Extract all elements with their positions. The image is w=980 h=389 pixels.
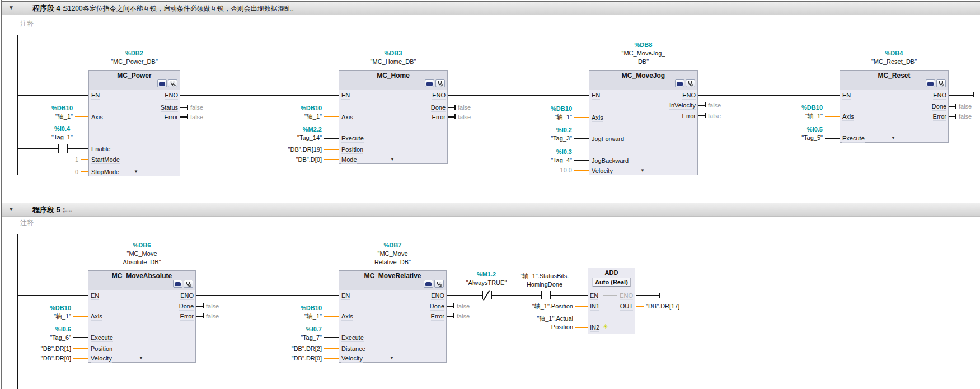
db-address[interactable]: %DB7 bbox=[339, 241, 447, 250]
pin-done[interactable]: Done bbox=[150, 302, 194, 311]
db-name[interactable]: "MC_Power_DB" bbox=[88, 58, 180, 66]
expand-block-arrow[interactable]: ▼ bbox=[640, 168, 645, 173]
pin-en[interactable]: EN bbox=[590, 292, 598, 300]
operand-name[interactable]: "轴_1" bbox=[10, 312, 71, 321]
operand-name[interactable]: "Tag_6" bbox=[10, 334, 71, 342]
pin-in1[interactable]: IN1 bbox=[590, 302, 599, 311]
operand-name[interactable]: "轴_1" bbox=[761, 112, 823, 120]
operand-name[interactable]: "轴_1" bbox=[260, 113, 322, 121]
expand-block-arrow[interactable]: ▼ bbox=[390, 356, 394, 360]
operand-name[interactable]: Position bbox=[508, 323, 573, 331]
operand-address[interactable]: %I0.6 bbox=[10, 325, 71, 334]
pin-enable[interactable]: Enable bbox=[91, 145, 110, 153]
pin-eno[interactable]: ENO bbox=[150, 292, 194, 300]
db-address[interactable]: %DB8 bbox=[589, 41, 698, 49]
open-block-icon[interactable] bbox=[424, 280, 433, 288]
open-block-icon[interactable] bbox=[425, 79, 434, 87]
monitor-icon[interactable] bbox=[168, 79, 177, 87]
operand-address[interactable]: %DB10 bbox=[10, 304, 71, 312]
pin-stopmode[interactable]: StopMode bbox=[91, 168, 119, 176]
operand-name[interactable]: "Tag_5" bbox=[761, 134, 823, 142]
block-title[interactable]: ADD bbox=[588, 269, 635, 276]
contact-name[interactable]: "Tag_1" bbox=[31, 133, 93, 142]
db-name[interactable]: Relative_DB" bbox=[339, 258, 447, 266]
db-name[interactable]: "MC_Reset_DB" bbox=[840, 58, 949, 66]
pin-axis[interactable]: Axis bbox=[842, 113, 854, 121]
pin-invelocity[interactable]: InVelocity bbox=[652, 101, 696, 110]
nc-contact[interactable] bbox=[482, 291, 483, 299]
operand-value[interactable]: 1 bbox=[50, 156, 78, 164]
operand-name[interactable]: "DB".DR[0] bbox=[260, 354, 322, 363]
open-block-icon[interactable] bbox=[157, 79, 167, 87]
db-address[interactable]: %DB6 bbox=[88, 241, 196, 250]
pin-en[interactable]: EN bbox=[91, 292, 99, 300]
network-5-title-bar[interactable]: ▼ 程序段 5： ..... bbox=[2, 203, 980, 217]
operand-address[interactable]: %DB10 bbox=[510, 105, 572, 113]
block-title[interactable]: MC_MoveAbsolute bbox=[88, 272, 195, 280]
pin-execute[interactable]: Execute bbox=[341, 334, 364, 342]
operand-name[interactable]: "DB".DR[17] bbox=[646, 302, 679, 311]
pin-en[interactable]: EN bbox=[341, 292, 350, 300]
operand-name[interactable]: "DB".DR[1] bbox=[10, 345, 71, 353]
block-title[interactable]: MC_Reset bbox=[840, 72, 948, 79]
monitor-icon[interactable] bbox=[184, 280, 193, 288]
no-contact[interactable] bbox=[58, 144, 59, 153]
pin-done[interactable]: Done bbox=[402, 104, 446, 112]
pin-mode[interactable]: Mode bbox=[341, 156, 357, 164]
operand-name[interactable]: "Tag_14" bbox=[260, 134, 322, 142]
operand-name[interactable]: "轴_1".Actual bbox=[508, 315, 573, 323]
nc-contact[interactable] bbox=[491, 291, 492, 299]
contact-name[interactable]: "轴_1".StatusBits. bbox=[504, 272, 585, 280]
pin-en[interactable]: EN bbox=[91, 91, 100, 100]
pin-axis[interactable]: Axis bbox=[91, 312, 102, 321]
db-name[interactable]: "MC_Move bbox=[339, 250, 447, 258]
expand-block-arrow[interactable]: ▼ bbox=[134, 170, 138, 174]
pin-execute[interactable]: Execute bbox=[341, 134, 364, 143]
monitor-icon[interactable] bbox=[936, 79, 946, 87]
operand-value[interactable]: 0 bbox=[50, 168, 78, 176]
pin-eno[interactable]: ENO bbox=[903, 91, 946, 100]
pin-error[interactable]: Error bbox=[903, 113, 946, 121]
pin-error[interactable]: Error bbox=[652, 112, 696, 120]
operand-name[interactable]: "轴_1" bbox=[260, 312, 322, 321]
operand-name[interactable]: "Tag_7" bbox=[260, 334, 322, 342]
operand-address[interactable]: %DB10 bbox=[260, 304, 322, 312]
block-title[interactable]: MC_Power bbox=[89, 72, 180, 79]
pin-position[interactable]: Position bbox=[341, 146, 363, 154]
contact-address[interactable]: %I0.4 bbox=[31, 125, 93, 133]
block-title[interactable]: MC_Home bbox=[339, 72, 447, 79]
operand-name[interactable]: "Tag_4" bbox=[510, 156, 572, 165]
open-block-icon[interactable] bbox=[173, 280, 182, 288]
pin-velocity[interactable]: Velocity bbox=[592, 167, 613, 175]
open-block-icon[interactable] bbox=[926, 79, 935, 87]
operand-value[interactable]: 10.0 bbox=[510, 166, 572, 175]
pin-error[interactable]: Error bbox=[402, 113, 446, 121]
operand-name[interactable]: "DB".DR[2] bbox=[260, 345, 322, 353]
collapse-icon[interactable]: ▼ bbox=[8, 4, 14, 11]
pin-axis[interactable]: Axis bbox=[91, 113, 103, 121]
db-address[interactable]: %DB4 bbox=[840, 49, 949, 58]
no-contact[interactable] bbox=[550, 291, 551, 299]
pin-position[interactable]: Position bbox=[91, 345, 112, 353]
pin-axis[interactable]: Axis bbox=[341, 312, 353, 321]
collapse-icon[interactable]: ▼ bbox=[8, 206, 14, 212]
expand-block-arrow[interactable]: ▼ bbox=[891, 136, 895, 140]
pin-in2[interactable]: IN2 bbox=[590, 324, 599, 332]
operand-address[interactable]: %I0.2 bbox=[510, 126, 572, 134]
monitor-icon[interactable] bbox=[686, 79, 695, 87]
db-address[interactable]: %DB2 bbox=[88, 49, 180, 58]
pin-eno[interactable]: ENO bbox=[134, 91, 178, 100]
pin-status[interactable]: Status bbox=[134, 104, 178, 112]
expand-block-arrow[interactable]: ▼ bbox=[390, 157, 395, 162]
pin-en[interactable]: EN bbox=[341, 91, 350, 100]
db-name[interactable]: "MC_Home_DB" bbox=[339, 58, 448, 66]
db-name[interactable]: DB" bbox=[589, 58, 698, 66]
operand-name[interactable]: "DB".D[0] bbox=[260, 156, 322, 164]
pin-execute[interactable]: Execute bbox=[842, 134, 865, 143]
network-4-title-bar[interactable]: ▼ 程序段 4： S1200各定位指令之间不能互锁，启动条件必须做互锁，否则会出… bbox=[2, 2, 980, 15]
pin-en[interactable]: EN bbox=[592, 91, 600, 100]
pin-error[interactable]: Error bbox=[401, 312, 444, 321]
block-title[interactable]: MC_MoveRelative bbox=[339, 272, 446, 280]
operand-address[interactable]: %M2.2 bbox=[260, 125, 322, 134]
operand-address[interactable]: %DB10 bbox=[761, 104, 823, 112]
